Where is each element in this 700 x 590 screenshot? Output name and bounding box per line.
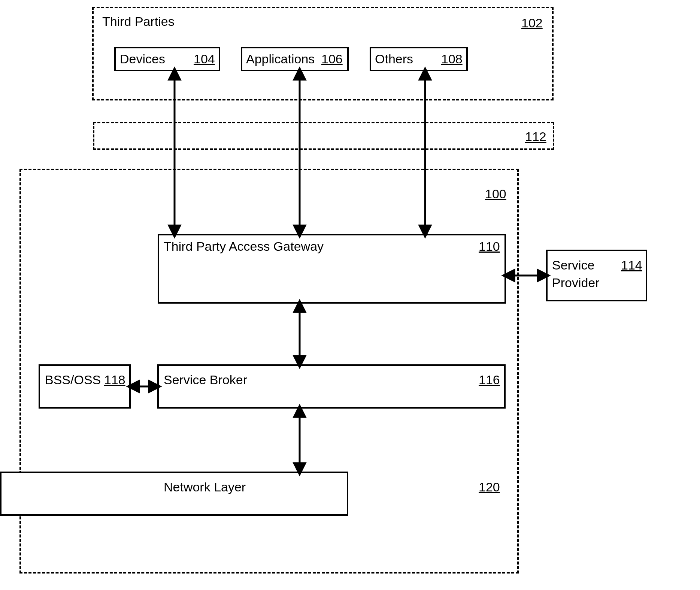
bssoss-label: BSS/OSS [45, 373, 101, 387]
others-label: Others [375, 52, 413, 66]
gateway-label: Third Party Access Gateway [164, 239, 324, 254]
interface-bar [93, 122, 554, 150]
third-parties-title: Third Parties [102, 14, 175, 29]
third-parties-ref: 102 [521, 16, 543, 30]
others-ref: 108 [441, 52, 463, 66]
applications-ref: 106 [321, 52, 343, 66]
service-provider-ref: 114 [621, 258, 642, 273]
bssoss-ref: 118 [104, 373, 125, 387]
network-label: Network Layer [164, 480, 246, 494]
applications-label: Applications [246, 52, 315, 66]
broker-ref: 116 [479, 373, 500, 387]
system-ref: 100 [485, 187, 506, 201]
service-provider-label2: Provider [552, 276, 600, 290]
service-provider-label1: Service [552, 258, 594, 273]
interface-bar-ref: 112 [525, 129, 546, 144]
devices-ref: 104 [194, 52, 215, 66]
broker-label: Service Broker [164, 373, 247, 387]
network-ref: 120 [479, 480, 500, 494]
devices-label: Devices [120, 52, 165, 66]
gateway-ref: 110 [479, 239, 500, 254]
